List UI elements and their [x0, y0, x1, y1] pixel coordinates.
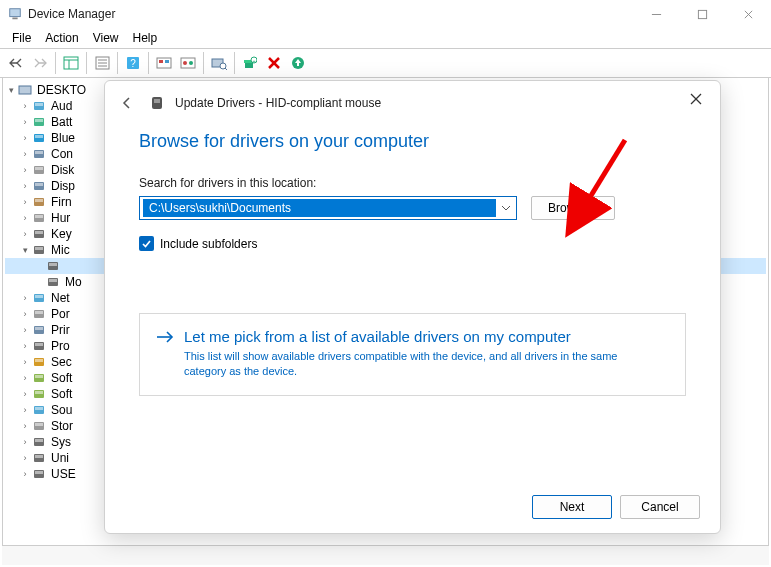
- svg-rect-47: [35, 215, 43, 218]
- mouse-icon: [31, 242, 47, 258]
- include-subfolders-label: Include subfolders: [160, 237, 257, 251]
- svg-rect-53: [49, 263, 57, 266]
- chevron-down-icon[interactable]: [496, 203, 516, 213]
- browse-button[interactable]: Browse...: [531, 196, 615, 220]
- svg-rect-33: [35, 103, 43, 106]
- bluetooth-icon: [31, 130, 47, 146]
- svg-rect-51: [35, 247, 43, 250]
- svg-rect-41: [35, 167, 43, 170]
- svg-rect-17: [165, 60, 169, 63]
- svg-rect-3: [698, 10, 706, 18]
- update-driver-icon[interactable]: [286, 51, 310, 75]
- mouse-icon: [45, 274, 61, 290]
- nav-forward-icon[interactable]: [28, 51, 52, 75]
- sound-icon: [31, 402, 47, 418]
- svg-point-19: [183, 61, 187, 65]
- svg-rect-69: [35, 391, 43, 394]
- close-button[interactable]: [725, 0, 771, 28]
- app-icon: [8, 7, 22, 21]
- svg-rect-49: [35, 231, 43, 234]
- location-combobox[interactable]: C:\Users\sukhi\Documents: [139, 196, 517, 220]
- add-driver-icon[interactable]: +: [238, 51, 262, 75]
- include-subfolders-checkbox[interactable]: [139, 236, 154, 251]
- firmware-icon: [31, 194, 47, 210]
- arrow-right-icon: [156, 328, 174, 379]
- menu-bar: File Action View Help: [0, 28, 771, 48]
- disk-icon: [31, 162, 47, 178]
- location-value[interactable]: C:\Users\sukhi\Documents: [143, 199, 496, 217]
- svg-rect-6: [64, 57, 78, 69]
- svg-rect-75: [35, 439, 43, 442]
- svg-point-20: [189, 61, 193, 65]
- dialog-close-button[interactable]: [680, 87, 712, 111]
- remove-device-icon[interactable]: [262, 51, 286, 75]
- security-icon: [31, 354, 47, 370]
- svg-rect-71: [35, 407, 43, 410]
- next-button[interactable]: Next: [532, 495, 612, 519]
- display-icon: [31, 178, 47, 194]
- back-icon[interactable]: [119, 95, 139, 111]
- system-icon: [31, 434, 47, 450]
- option-description: This list will show available drivers co…: [184, 349, 654, 379]
- svg-rect-43: [35, 183, 43, 186]
- svg-rect-77: [35, 455, 43, 458]
- nav-back-icon[interactable]: [4, 51, 28, 75]
- pick-from-list-option[interactable]: Let me pick from a list of available dri…: [139, 313, 686, 396]
- svg-text:?: ?: [130, 58, 136, 69]
- audio-icon: [31, 98, 47, 114]
- print-icon: [31, 322, 47, 338]
- dialog-device-icon: [149, 95, 165, 111]
- svg-rect-73: [35, 423, 43, 426]
- tool-1-icon[interactable]: [152, 51, 176, 75]
- menu-help[interactable]: Help: [127, 29, 164, 47]
- menu-file[interactable]: File: [6, 29, 37, 47]
- svg-rect-67: [35, 375, 43, 378]
- tool-2-icon[interactable]: [176, 51, 200, 75]
- cancel-button[interactable]: Cancel: [620, 495, 700, 519]
- svg-rect-37: [35, 135, 43, 138]
- status-bar: [2, 545, 769, 565]
- usb-icon: [31, 466, 47, 482]
- svg-rect-61: [35, 327, 43, 330]
- svg-rect-59: [35, 311, 43, 314]
- svg-rect-81: [154, 99, 160, 103]
- svg-rect-31: [19, 86, 31, 94]
- show-hide-tree-icon[interactable]: [59, 51, 83, 75]
- option-title: Let me pick from a list of available dri…: [184, 328, 654, 345]
- storage-icon: [31, 418, 47, 434]
- keyboard-icon: [31, 226, 47, 242]
- svg-rect-55: [49, 279, 57, 282]
- svg-line-23: [225, 68, 227, 70]
- svg-rect-35: [35, 119, 43, 122]
- cpu-icon: [31, 338, 47, 354]
- svg-rect-16: [159, 60, 163, 63]
- mouse-icon: [45, 258, 61, 274]
- network-icon: [31, 290, 47, 306]
- location-label: Search for drivers in this location:: [139, 176, 686, 190]
- dialog-title: Update Drivers - HID-compliant mouse: [175, 96, 381, 110]
- svg-rect-39: [35, 151, 43, 154]
- svg-rect-57: [35, 295, 43, 298]
- minimize-button[interactable]: [633, 0, 679, 28]
- battery-icon: [31, 114, 47, 130]
- dialog-heading: Browse for drivers on your computer: [139, 131, 686, 152]
- usb-icon: [31, 450, 47, 466]
- scan-hardware-icon[interactable]: [207, 51, 231, 75]
- toolbar: ? +: [0, 48, 771, 78]
- svg-rect-1: [12, 18, 17, 20]
- svg-rect-63: [35, 343, 43, 346]
- maximize-button[interactable]: [679, 0, 725, 28]
- hid-icon: [31, 210, 47, 226]
- computer-icon: [31, 146, 47, 162]
- svg-rect-65: [35, 359, 43, 362]
- menu-view[interactable]: View: [87, 29, 125, 47]
- svg-rect-79: [35, 471, 43, 474]
- properties-icon[interactable]: [90, 51, 114, 75]
- help-icon[interactable]: ?: [121, 51, 145, 75]
- svg-rect-0: [10, 9, 21, 17]
- ports-icon: [31, 306, 47, 322]
- svg-rect-45: [35, 199, 43, 202]
- svg-text:+: +: [252, 58, 256, 64]
- menu-action[interactable]: Action: [39, 29, 84, 47]
- window-title: Device Manager: [28, 7, 115, 21]
